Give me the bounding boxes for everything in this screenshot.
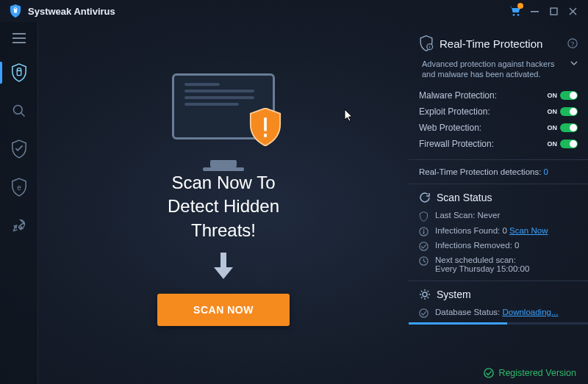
help-icon[interactable]: ? xyxy=(567,38,578,48)
svg-rect-8 xyxy=(264,117,267,131)
svg-rect-17 xyxy=(423,229,425,231)
rt-item-malware: Malware Protection:ON xyxy=(419,87,578,104)
monitor-illustration xyxy=(172,73,275,171)
arrow-down-icon xyxy=(212,253,234,280)
cart-icon[interactable] xyxy=(506,1,525,21)
sidebar-item-protection[interactable] xyxy=(0,132,38,166)
titlebar: Systweak Antivirus xyxy=(0,0,588,22)
svg-rect-4 xyxy=(551,8,557,15)
db-status-value[interactable]: Downloading... xyxy=(502,308,558,316)
sidebar-item-home[interactable] xyxy=(0,56,38,90)
hamburger-icon[interactable] xyxy=(0,25,38,51)
infections-found: Infections Found: 0 Scan Now xyxy=(419,226,578,236)
next-scan: Next scheduled scan: Every Thursday 15:0… xyxy=(419,256,578,273)
gear-icon xyxy=(419,289,431,300)
app-title: Systweak Antivirus xyxy=(28,6,115,17)
svg-point-22 xyxy=(484,369,493,377)
sidebar-item-privacy[interactable]: e xyxy=(0,170,38,204)
refresh-icon xyxy=(419,192,431,203)
svg-point-18 xyxy=(420,242,428,250)
shield-info-icon: i xyxy=(419,35,434,51)
toggle-web[interactable] xyxy=(560,123,578,132)
toggle-exploit[interactable] xyxy=(560,107,578,116)
scan-status-header: Scan Status xyxy=(419,192,578,203)
toggle-malware[interactable] xyxy=(560,91,578,100)
headline: Scan Now To Detect Hidden Threats! xyxy=(168,171,279,242)
svg-rect-3 xyxy=(531,11,539,12)
registered-badge: Registered Version xyxy=(484,368,576,378)
check-circle-icon xyxy=(419,308,429,318)
minimize-button[interactable] xyxy=(525,1,544,21)
infections-removed: Infections Removed: 0 xyxy=(419,241,578,251)
sidebar-item-boost[interactable] xyxy=(0,209,38,242)
scan-now-link[interactable]: Scan Now xyxy=(509,226,548,235)
cursor-icon xyxy=(344,109,354,123)
shield-check-icon xyxy=(419,211,429,222)
shield-warning-icon xyxy=(249,108,282,146)
rt-protection-header: i Real-Time Protection ? xyxy=(419,35,578,51)
svg-point-20 xyxy=(423,292,427,297)
scan-status-title: Scan Status xyxy=(437,192,492,203)
maximize-button[interactable] xyxy=(544,1,563,21)
check-circle-icon xyxy=(419,242,429,251)
system-title: System xyxy=(437,289,471,300)
toggle-firewall[interactable] xyxy=(560,140,578,148)
scan-now-button[interactable]: SCAN NOW xyxy=(157,294,290,326)
check-circle-icon xyxy=(484,368,494,378)
sidebar: e xyxy=(0,22,38,384)
svg-rect-10 xyxy=(220,253,226,269)
svg-rect-0 xyxy=(14,9,17,12)
svg-point-21 xyxy=(420,308,428,316)
system-header: System xyxy=(419,289,578,300)
info-icon xyxy=(419,227,429,236)
sidebar-item-scan[interactable] xyxy=(0,94,38,128)
close-button[interactable] xyxy=(563,1,582,21)
app-shield-icon xyxy=(9,4,22,18)
svg-rect-16 xyxy=(423,231,425,233)
rt-item-web: Web Protection:ON xyxy=(419,120,578,136)
svg-point-6 xyxy=(13,106,22,115)
rt-detections: Real-Time Protection detections: 0 xyxy=(419,167,578,176)
db-status: Database Status: Downloading... xyxy=(419,308,578,318)
svg-rect-9 xyxy=(264,134,267,137)
rt-item-exploit: Exploit Protection:ON xyxy=(419,104,578,120)
main-content: Scan Now To Detect Hidden Threats! SCAN … xyxy=(38,22,409,384)
side-panel: i Real-Time Protection ? Advanced protec… xyxy=(409,22,588,384)
svg-text:?: ? xyxy=(571,40,575,48)
last-scan: Last Scan: Never xyxy=(419,211,578,222)
chevron-down-icon[interactable] xyxy=(570,59,578,80)
svg-text:e: e xyxy=(17,184,21,192)
rt-title: Real-Time Protection xyxy=(440,37,542,50)
svg-text:i: i xyxy=(429,45,430,49)
svg-point-1 xyxy=(513,14,515,16)
download-progress xyxy=(409,322,588,325)
svg-rect-5 xyxy=(17,70,21,75)
clock-icon xyxy=(419,256,429,266)
rt-desc: Advanced protection against hackers and … xyxy=(422,59,566,80)
svg-point-2 xyxy=(517,14,520,16)
rt-item-firewall: Firewall Protection:ON xyxy=(419,136,578,152)
